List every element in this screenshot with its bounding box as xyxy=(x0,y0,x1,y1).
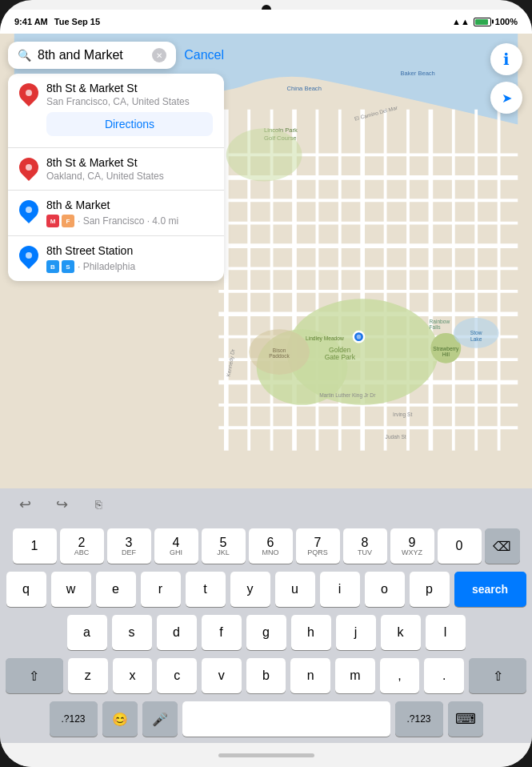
transit-badge-red: M xyxy=(46,215,59,227)
map-controls: ℹ ➤ xyxy=(490,43,522,114)
key-n[interactable]: n xyxy=(290,658,330,693)
delete-key[interactable]: ⌫ xyxy=(485,528,520,564)
key-i[interactable]: i xyxy=(320,572,360,607)
svg-point-43 xyxy=(226,128,302,181)
result-text-3: 8th & Market M F · San Francisco · 4.0 m… xyxy=(46,199,213,227)
wifi-icon: ▲▲ xyxy=(452,17,470,26)
clear-button[interactable]: ✕ xyxy=(152,48,166,62)
key-o[interactable]: o xyxy=(365,572,405,607)
location-icon: ➤ xyxy=(502,90,512,106)
date-display: Tue Sep 15 xyxy=(54,17,100,26)
key-e[interactable]: e xyxy=(96,572,136,607)
key-x[interactable]: x xyxy=(113,658,153,693)
row-qwerty: q w e r t y u i o p search xyxy=(6,572,526,607)
key-q[interactable]: q xyxy=(6,572,46,607)
search-key[interactable]: search xyxy=(454,572,526,607)
row-bottom: .?123 😊 🎤 .?123 ⌨ xyxy=(6,701,526,737)
svg-text:Bison: Bison xyxy=(273,347,286,353)
key-a[interactable]: a xyxy=(67,615,107,650)
key-h[interactable]: h xyxy=(291,615,331,650)
result-item[interactable]: 8th St & Market St San Francisco, CA, Un… xyxy=(8,74,224,148)
key-period[interactable]: . xyxy=(424,658,464,693)
key-9[interactable]: 9WXYZ xyxy=(390,528,434,564)
result-text-4: 8th Street Station B S · Philadelphia xyxy=(46,244,213,273)
keyboard-dismiss-key[interactable]: ⌨ xyxy=(448,701,483,737)
cancel-button[interactable]: Cancel xyxy=(184,48,224,62)
emoji-key[interactable]: 😊 xyxy=(102,701,138,737)
key-d[interactable]: d xyxy=(157,615,197,650)
shift-right-key[interactable]: ⇧ xyxy=(469,658,526,693)
key-m[interactable]: m xyxy=(335,658,375,693)
home-indicator xyxy=(0,743,532,767)
result-item-4[interactable]: 8th Street Station B S · Philadelphia xyxy=(8,236,224,281)
svg-point-54 xyxy=(357,335,362,339)
key-8[interactable]: 8TUV xyxy=(343,528,387,564)
device-frame: 9:41 AM Tue Sep 15 ▲▲ 100% xyxy=(0,0,532,767)
key-5[interactable]: 5JKL xyxy=(202,528,246,564)
key-t[interactable]: t xyxy=(186,572,226,607)
key-f[interactable]: f xyxy=(202,615,242,650)
num-switch-key[interactable]: .?123 xyxy=(50,701,98,737)
result-row-2: 8th St & Market St Oakland, CA, United S… xyxy=(19,156,213,182)
transit-icons-3: M F xyxy=(46,215,74,227)
search-overlay: 🔍 8th and Market ✕ Cancel 8th St & Marke… xyxy=(8,42,224,281)
transit-badge-blue-1: B xyxy=(46,260,59,273)
key-comma[interactable]: , xyxy=(380,658,420,693)
transit-badge-blue-2: S xyxy=(62,260,74,273)
number-row: 1 2ABC 3DEF 4GHI 5JKL 6MNO 7PQRS 8TUV 9W… xyxy=(6,528,526,564)
num-switch-right-key[interactable]: .?123 xyxy=(395,701,443,737)
result-pin-1 xyxy=(15,79,42,106)
svg-text:Paddock: Paddock xyxy=(269,353,290,359)
key-p[interactable]: p xyxy=(410,572,450,607)
key-l[interactable]: l xyxy=(426,615,466,650)
mic-key[interactable]: 🎤 xyxy=(142,701,178,737)
redo-button[interactable]: ↪ xyxy=(50,492,74,516)
key-u[interactable]: u xyxy=(275,572,315,607)
shift-key[interactable]: ⇧ xyxy=(6,658,63,693)
pin-inner-1 xyxy=(26,90,32,96)
svg-text:Rainbow: Rainbow xyxy=(430,319,450,324)
status-left: 9:41 AM Tue Sep 15 xyxy=(14,17,100,26)
result-item-3[interactable]: 8th & Market M F · San Francisco · 4.0 m… xyxy=(8,191,224,236)
key-z[interactable]: z xyxy=(68,658,108,693)
key-6[interactable]: 6MNO xyxy=(249,528,293,564)
key-7[interactable]: 7PQRS xyxy=(296,528,340,564)
key-3[interactable]: 3DEF xyxy=(107,528,151,564)
key-c[interactable]: c xyxy=(157,658,197,693)
svg-text:Judah St: Judah St xyxy=(386,434,406,440)
key-k[interactable]: k xyxy=(381,615,421,650)
search-input[interactable]: 8th and Market xyxy=(38,48,146,62)
status-right: ▲▲ 100% xyxy=(452,17,518,26)
undo-button[interactable]: ↩ xyxy=(13,492,37,516)
result-pin-3 xyxy=(15,196,42,223)
key-4[interactable]: 4GHI xyxy=(154,528,198,564)
location-button[interactable]: ➤ xyxy=(490,82,522,114)
result-subtitle-2: Oakland, CA, United States xyxy=(46,171,213,182)
key-v[interactable]: v xyxy=(202,658,242,693)
key-r[interactable]: r xyxy=(141,572,181,607)
svg-text:Stow: Stow xyxy=(470,330,482,335)
key-0[interactable]: 0 xyxy=(438,528,482,564)
info-button[interactable]: ℹ xyxy=(490,43,522,75)
result-title-1: 8th St & Market St xyxy=(46,82,213,94)
key-w[interactable]: w xyxy=(51,572,91,607)
pin-inner-3 xyxy=(26,207,32,213)
key-b[interactable]: b xyxy=(246,658,286,693)
result-text-1: 8th St & Market St San Francisco, CA, Un… xyxy=(46,82,213,107)
result-text-2: 8th St & Market St Oakland, CA, United S… xyxy=(46,156,213,182)
key-j[interactable]: j xyxy=(336,615,376,650)
battery-percent: 100% xyxy=(495,17,518,26)
key-g[interactable]: g xyxy=(246,615,286,650)
pin-inner-4 xyxy=(26,252,32,259)
search-bar[interactable]: 🔍 8th and Market ✕ xyxy=(8,42,176,69)
svg-text:China Beach: China Beach xyxy=(287,85,322,92)
key-2[interactable]: 2ABC xyxy=(60,528,104,564)
result-item-2[interactable]: 8th St & Market St Oakland, CA, United S… xyxy=(8,148,224,191)
key-1[interactable]: 1 xyxy=(13,528,57,564)
key-s[interactable]: s xyxy=(112,615,152,650)
result-subtitle-1: San Francisco, CA, United States xyxy=(46,96,213,107)
paste-button[interactable]: ⎘ xyxy=(86,492,110,516)
key-y[interactable]: y xyxy=(230,572,270,607)
directions-button[interactable]: Directions xyxy=(46,112,213,136)
space-key[interactable] xyxy=(182,701,390,737)
